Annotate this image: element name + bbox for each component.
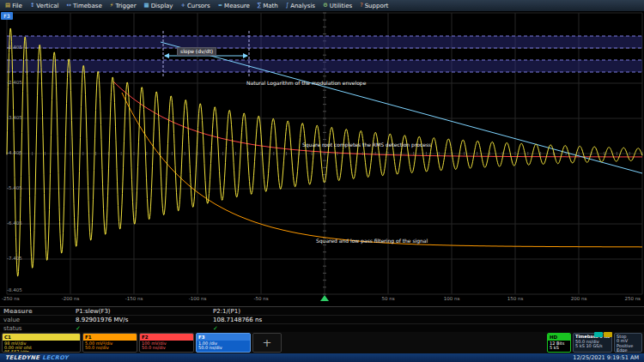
f2-label: F2 [140, 334, 193, 341]
x-axis-label: -250 ns [2, 296, 36, 301]
menu-math[interactable]: ∑Math [258, 3, 278, 9]
menu-vertical[interactable]: ↕Vertical [30, 3, 59, 9]
file-icon: ▤ [5, 3, 10, 9]
f3-descriptor[interactable]: F3 1.00 /div 50.0 ns/div [196, 333, 251, 353]
analysis-icon: ∫ [286, 3, 289, 9]
y-axis-label: -1.405 [7, 45, 34, 50]
measure-title: Measure [3, 307, 33, 316]
add-trace-button[interactable]: + [252, 333, 282, 353]
menu-support[interactable]: ?Support [360, 3, 388, 9]
measure-p1-header[interactable]: P1:slew(F3) [76, 307, 111, 316]
x-axis-label: 150 ns [498, 296, 532, 301]
x-axis-label: 200 ns [562, 296, 596, 301]
menu-cursors[interactable]: +Cursors [181, 3, 210, 9]
display-icon: ▦ [144, 3, 149, 9]
y-axis-label: -8.405 [7, 287, 34, 293]
y-axis-label: -2.405 [7, 80, 34, 85]
oscilloscope-app: ▤File ↕Vertical ↔Timebase ⚡Trigger ▦Disp… [0, 0, 644, 362]
f1-descriptor[interactable]: F1 5.00 mV²/div 50.0 ns/div [82, 333, 137, 353]
menu-trigger[interactable]: ⚡Trigger [110, 3, 137, 9]
math-icon: ∑ [258, 3, 261, 9]
measure-p1-value: 8.92901976 MV/s [76, 316, 128, 324]
value-row-label: value [3, 316, 20, 324]
trace-tag-f3[interactable]: F3 [1, 12, 13, 20]
menu-bar: ▤File ↕Vertical ↔Timebase ⚡Trigger ▦Disp… [0, 0, 644, 12]
slope-cursor-label[interactable]: slope (dv/dt) [177, 47, 216, 56]
x-axis-label: 50 ns [371, 296, 405, 301]
f3-label: F3 [197, 334, 250, 341]
c1-label: C1 [3, 334, 80, 341]
annotation-log: Natural Logarithm of the modulation enve… [246, 80, 366, 86]
status-bar: TELEDYNELECROY 12/25/2021 9:19:51 AM [0, 353, 644, 362]
y-axis-label: -6.405 [7, 220, 34, 226]
f2-descriptor[interactable]: F2 100 mV/div 50.0 ns/div [139, 333, 194, 353]
descriptor-bar: C1 98 mV/div 0.00 mV ofst 85.557 kHz F1 … [0, 332, 644, 353]
x-axis-label: -200 ns [53, 296, 88, 301]
y-axis-label: -4.405 [7, 150, 34, 155]
annotation-rms: Square root completes the RMS detection … [302, 142, 431, 148]
hd-descriptor[interactable]: HD 12 Bits 5 kS [547, 333, 571, 353]
hd-label: HD [548, 334, 570, 341]
support-icon: ? [360, 3, 362, 9]
vertical-icon: ↕ [30, 3, 34, 9]
waveform-display: -1.405 -2.405 -3.405 -4.405 -5.405 -6.40… [0, 12, 644, 306]
x-axis-label: 100 ns [434, 296, 469, 301]
y-axis-label: -5.405 [7, 185, 34, 190]
menu-utilities[interactable]: ⚙Utilities [323, 3, 352, 9]
menu-timebase[interactable]: ↔Timebase [67, 3, 102, 9]
measure-table: Measure P1:slew(F3) P2:1/(P1) value 8.92… [0, 306, 644, 332]
x-axis-label: -150 ns [117, 296, 151, 301]
x-axis-label: -100 ns [180, 296, 215, 301]
arrow-head-left [164, 53, 169, 58]
timebase-icon: ↔ [67, 3, 71, 9]
datetime: 12/25/2021 9:19:51 AM [573, 354, 639, 361]
y-axis-label: -7.405 [7, 256, 34, 261]
f1-label: F1 [83, 334, 137, 341]
utilities-icon: ⚙ [323, 3, 328, 9]
scope-canvas[interactable] [0, 12, 644, 306]
menu-measure[interactable]: ≈Measure [218, 3, 250, 9]
measure-p2-header[interactable]: P2:1/(P1) [213, 307, 240, 316]
x-axis-label: 250 ns [605, 296, 641, 301]
trigger-icon: ⚡ [110, 3, 114, 9]
cursor-band[interactable] [7, 36, 642, 48]
brand-logo: TELEDYNELECROY [5, 354, 69, 361]
menu-display[interactable]: ▦Display [144, 3, 173, 9]
trigger-position-marker[interactable] [320, 295, 329, 301]
cursor-band[interactable] [7, 60, 642, 72]
menu-file[interactable]: ▤File [5, 3, 22, 9]
y-axis-label: -3.405 [7, 115, 34, 120]
measure-p2-value: 108.7148766 ns [213, 316, 262, 324]
indicator-chip-1 [594, 332, 603, 337]
trigger-descriptor[interactable]: Stop 0 mV Positive Edge [614, 333, 642, 353]
menu-analysis[interactable]: ∫Analysis [286, 3, 315, 9]
c1-descriptor[interactable]: C1 98 mV/div 0.00 mV ofst 85.557 kHz [2, 333, 81, 353]
cursors-icon: + [181, 3, 185, 9]
indicator-chip-2 [604, 332, 612, 337]
annotation-squared: Squared and low pass filtering of the si… [316, 238, 428, 244]
x-axis-label: -50 ns [244, 296, 278, 301]
arrow-head-right [243, 53, 248, 58]
measure-icon: ≈ [218, 3, 222, 9]
